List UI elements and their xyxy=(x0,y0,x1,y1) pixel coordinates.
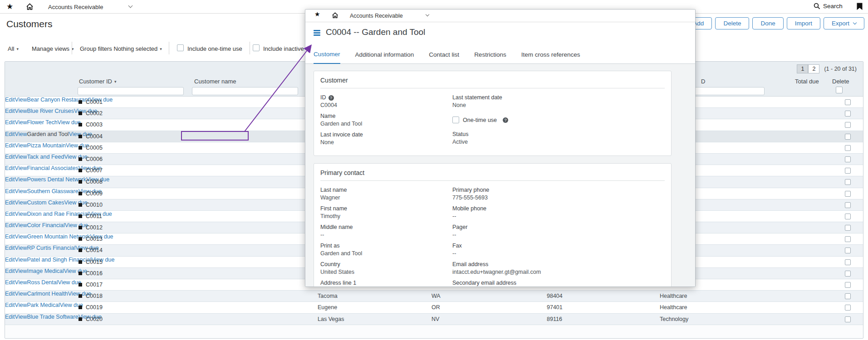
view-link[interactable]: View xyxy=(15,142,27,149)
customer-name-link[interactable]: RP Curtis Financial xyxy=(27,245,75,251)
customer-name-link[interactable]: Garden and Tool xyxy=(27,131,69,137)
view-link[interactable]: View xyxy=(15,188,27,194)
view-link[interactable]: View xyxy=(15,257,27,263)
view-link[interactable]: View xyxy=(15,176,27,183)
customer-name-link[interactable]: Pizza Mountain xyxy=(27,142,65,149)
edit-link[interactable]: Edit xyxy=(5,233,15,240)
row-delete-checkbox[interactable] xyxy=(845,179,851,185)
include-inactive-checkbox[interactable] xyxy=(253,44,260,51)
customer-name-link[interactable]: Blue Trade Software xyxy=(27,314,78,320)
customer-name-filter-input[interactable] xyxy=(192,87,298,95)
row-delete-checkbox[interactable] xyxy=(845,191,851,197)
import-button[interactable]: Import xyxy=(787,17,820,29)
row-delete-checkbox[interactable] xyxy=(845,214,851,219)
row-delete-checkbox[interactable] xyxy=(845,225,851,231)
view-due-link[interactable]: View due xyxy=(64,268,87,274)
view-link[interactable]: View xyxy=(15,233,27,240)
view-due-link[interactable]: View due xyxy=(58,279,81,286)
view-link[interactable]: View xyxy=(15,108,27,114)
customer-name-link[interactable]: Carlmont Health xyxy=(27,291,68,297)
customer-name-link[interactable]: Color Financial xyxy=(27,222,64,228)
customer-id-column-header[interactable]: Customer ID▾ xyxy=(79,78,117,85)
home-icon[interactable] xyxy=(332,12,338,20)
export-button[interactable]: Export xyxy=(824,17,864,29)
row-delete-checkbox[interactable] xyxy=(845,271,851,277)
tab-customer[interactable]: Customer xyxy=(314,51,340,64)
group-filters-menu[interactable]: Group filters Nothing selected▾ xyxy=(80,45,162,52)
edit-link[interactable]: Edit xyxy=(5,199,15,206)
view-link[interactable]: View xyxy=(15,165,27,171)
edit-link[interactable]: Edit xyxy=(5,165,15,171)
view-due-link[interactable]: View due xyxy=(65,222,88,228)
edit-link[interactable]: Edit xyxy=(5,176,15,183)
row-delete-checkbox[interactable] xyxy=(845,259,851,265)
customer-id-filter-input[interactable] xyxy=(78,87,184,95)
customer-name-link[interactable]: Powers Dental Network xyxy=(27,176,86,183)
customer-name-link[interactable]: Blue River Cruises xyxy=(27,108,74,114)
edit-link[interactable]: Edit xyxy=(5,257,15,263)
row-delete-checkbox[interactable] xyxy=(845,316,851,322)
tab-additional-information[interactable]: Additional information xyxy=(355,51,414,63)
view-link[interactable]: View xyxy=(15,268,27,274)
edit-link[interactable]: Edit xyxy=(5,188,15,194)
view-link[interactable]: View xyxy=(15,302,27,308)
view-due-link[interactable]: View due xyxy=(64,154,87,160)
edit-link[interactable]: Edit xyxy=(5,119,15,126)
row-delete-checkbox[interactable] xyxy=(845,134,851,140)
module-menu[interactable]: Accounts Receivable xyxy=(350,13,403,19)
manage-views-menu[interactable]: Manage views▾ xyxy=(32,45,74,52)
view-link[interactable]: View xyxy=(15,199,27,206)
customer-name-link[interactable]: Flower Tech xyxy=(27,119,57,126)
edit-link[interactable]: Edit xyxy=(5,245,15,251)
favorite-star-icon[interactable]: ★ xyxy=(314,10,320,18)
row-delete-checkbox[interactable] xyxy=(845,305,851,311)
view-link[interactable]: View xyxy=(15,131,27,137)
done-button[interactable]: Done xyxy=(752,17,783,29)
edit-link[interactable]: Edit xyxy=(5,142,15,149)
include-one-time-use-checkbox[interactable] xyxy=(177,44,184,51)
row-delete-checkbox[interactable] xyxy=(845,99,851,105)
view-link[interactable]: View xyxy=(15,245,27,251)
tab-item-cross-references[interactable]: Item cross references xyxy=(521,51,580,63)
view-selector[interactable]: All▾ xyxy=(8,45,19,52)
edit-link[interactable]: Edit xyxy=(5,314,15,320)
row-delete-checkbox[interactable] xyxy=(845,202,851,208)
bookmark-icon[interactable] xyxy=(857,3,863,12)
edit-link[interactable]: Edit xyxy=(5,279,15,286)
select-all-delete-checkbox[interactable] xyxy=(836,87,843,93)
customer-name-link[interactable]: Ross Dental xyxy=(27,279,58,286)
row-delete-checkbox[interactable] xyxy=(845,156,851,162)
customer-name-link[interactable]: Tack and Feed xyxy=(27,154,64,160)
row-delete-checkbox[interactable] xyxy=(845,168,851,174)
view-link[interactable]: View xyxy=(15,211,27,217)
row-delete-checkbox[interactable] xyxy=(845,122,851,128)
row-delete-checkbox[interactable] xyxy=(845,248,851,253)
row-delete-checkbox[interactable] xyxy=(845,111,851,117)
customer-name-link[interactable]: Image Medical xyxy=(27,268,64,274)
one-time-use-checkbox[interactable] xyxy=(452,117,459,123)
view-link[interactable]: View xyxy=(15,291,27,297)
chevron-down-icon[interactable] xyxy=(426,13,429,16)
view-due-link[interactable]: View due xyxy=(58,119,81,126)
delete-button[interactable]: Delete xyxy=(715,17,749,29)
tab-contact-list[interactable]: Contact list xyxy=(429,51,459,63)
row-delete-checkbox[interactable] xyxy=(845,236,851,242)
customer-name-link[interactable]: Southern Glassware xyxy=(27,188,78,194)
edit-link[interactable]: Edit xyxy=(5,154,15,160)
view-link[interactable]: View xyxy=(15,154,27,160)
page-1-button[interactable]: 1 xyxy=(797,64,808,73)
row-delete-checkbox[interactable] xyxy=(845,293,851,299)
edit-link[interactable]: Edit xyxy=(5,131,15,137)
view-link[interactable]: View xyxy=(15,279,27,286)
help-icon[interactable]: ? xyxy=(329,95,334,101)
row-delete-checkbox[interactable] xyxy=(845,145,851,151)
view-link[interactable]: View xyxy=(15,97,27,103)
edit-link[interactable]: Edit xyxy=(5,211,15,217)
module-menu[interactable]: Accounts Receivable xyxy=(48,4,103,10)
view-link[interactable]: View xyxy=(15,314,27,320)
customer-name-link[interactable]: Financial Associates xyxy=(27,165,78,171)
view-link[interactable]: View xyxy=(15,222,27,228)
search-button[interactable]: Search xyxy=(814,3,843,10)
view-link[interactable]: View xyxy=(15,119,27,126)
edit-link[interactable]: Edit xyxy=(5,268,15,274)
